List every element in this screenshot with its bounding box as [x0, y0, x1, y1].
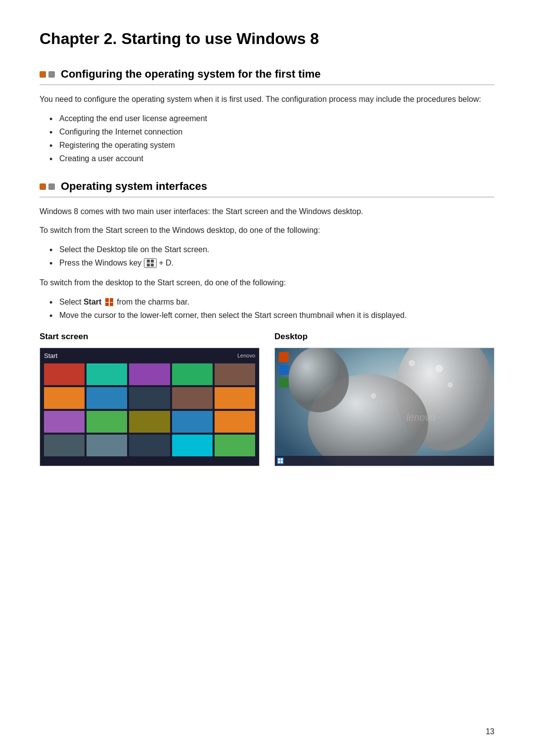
section-dots-interfaces [40, 183, 55, 190]
dot-gray [48, 71, 55, 78]
desktop-screenshot: lenovo [274, 348, 494, 466]
switch-to-start-bullets: Select Start from the charms bar. Move t… [49, 295, 494, 322]
tile-18 [129, 435, 170, 456]
taskbar [275, 456, 494, 466]
tile-10 [215, 387, 255, 409]
tile-11 [44, 411, 85, 433]
tile-19 [172, 435, 213, 456]
desktop-wallpaper: lenovo [275, 348, 494, 466]
bullet-eula: Accepting the end user license agreement [49, 112, 494, 125]
svg-rect-10 [281, 458, 283, 461]
tile-3 [129, 363, 170, 385]
dot-orange-2 [40, 183, 46, 190]
bullet-select-start: Select Start from the charms bar. [49, 295, 494, 309]
start-grid-icon [105, 298, 113, 306]
bullet-windows-key: Press the Windows key + D. [49, 256, 494, 269]
desktop-icons [279, 352, 289, 388]
section-title-interfaces: Operating system interfaces [61, 180, 207, 193]
taskbar-win-icon [278, 458, 283, 463]
svg-point-6 [409, 360, 414, 366]
desktop-sim: lenovo [275, 348, 494, 466]
section-os-interfaces: Operating system interfaces Windows 8 co… [40, 180, 494, 466]
svg-text:lenovo: lenovo [406, 412, 436, 423]
start-label: Start [44, 352, 57, 359]
svg-point-5 [448, 383, 452, 387]
tile-7 [87, 387, 127, 409]
bullet-internet: Configuring the Internet connection [49, 125, 494, 138]
start-screen-screenshot: Start Lenovo [40, 348, 260, 466]
screenshot-col-start: Start screen Start Lenovo [40, 332, 260, 466]
taskbar-start-button [277, 457, 284, 464]
section-header-interfaces: Operating system interfaces [40, 180, 494, 197]
tile-12 [87, 411, 127, 433]
section-title-configuring: Configuring the operating system for the… [61, 68, 321, 81]
tile-8 [129, 387, 170, 409]
tile-20 [215, 435, 255, 456]
interfaces-para-2: To switch from the Start screen to the W… [40, 224, 494, 237]
svg-point-7 [371, 394, 376, 398]
desktop-icon-2 [279, 365, 289, 375]
bullet-desktop-tile: Select the Desktop tile on the Start scr… [49, 243, 494, 256]
configuring-intro: You need to configure the operating syst… [40, 93, 494, 106]
tile-17 [87, 435, 127, 456]
switch-to-desktop-bullets: Select the Desktop tile on the Start scr… [49, 243, 494, 269]
tile-4 [172, 363, 213, 385]
desktop-stones-svg: lenovo [275, 348, 494, 466]
windows-key-icon [144, 258, 157, 268]
tile-14 [172, 411, 213, 433]
svg-point-3 [289, 348, 349, 412]
tile-2 [87, 363, 127, 385]
tile-9 [172, 387, 213, 409]
tile-13 [129, 411, 170, 433]
bullet-user-account: Creating a user account [49, 152, 494, 165]
screenshots-row: Start screen Start Lenovo [40, 332, 494, 466]
chapter-title: Chapter 2. Starting to use Windows 8 [40, 30, 494, 48]
screenshot-col-desktop: Desktop [274, 332, 494, 466]
section-dots-configuring [40, 71, 55, 78]
configuring-bullets: Accepting the end user license agreement… [49, 112, 494, 166]
section-configuring-os: Configuring the operating system for the… [40, 68, 494, 165]
start-screen-top-bar: Start Lenovo [44, 352, 255, 359]
desktop-icon-1 [279, 352, 289, 362]
lenovo-label-start: Lenovo [237, 353, 255, 358]
tile-5 [215, 363, 255, 385]
start-bold-label: Start [84, 298, 101, 306]
dot-gray-2 [48, 183, 55, 190]
svg-point-4 [436, 365, 443, 372]
bullet-lower-left-corner: Move the cursor to the lower-left corner… [49, 309, 494, 322]
interfaces-para-1: Windows 8 comes with two main user inter… [40, 205, 494, 218]
tile-6 [44, 387, 85, 409]
windows-grid-icon [147, 260, 154, 267]
page-number: 13 [486, 727, 494, 736]
tiles-grid [44, 363, 255, 456]
desktop-icon-3 [279, 378, 289, 388]
svg-rect-9 [278, 458, 280, 461]
tile-1 [44, 363, 85, 385]
section-header-configuring: Configuring the operating system for the… [40, 68, 494, 85]
desktop-label: Desktop [274, 332, 494, 342]
dot-orange [40, 71, 46, 78]
tile-16 [44, 435, 85, 456]
svg-rect-11 [278, 461, 280, 463]
start-screen-sim: Start Lenovo [40, 348, 259, 466]
bullet-desktop-tile-text: Select the Desktop tile on the Start scr… [59, 245, 209, 254]
svg-rect-12 [281, 461, 283, 463]
switch-to-start-intro: To switch from the desktop to the Start … [40, 276, 494, 289]
bullet-register: Registering the operating system [49, 138, 494, 152]
start-screen-label: Start screen [40, 332, 260, 342]
tile-15 [215, 411, 255, 433]
